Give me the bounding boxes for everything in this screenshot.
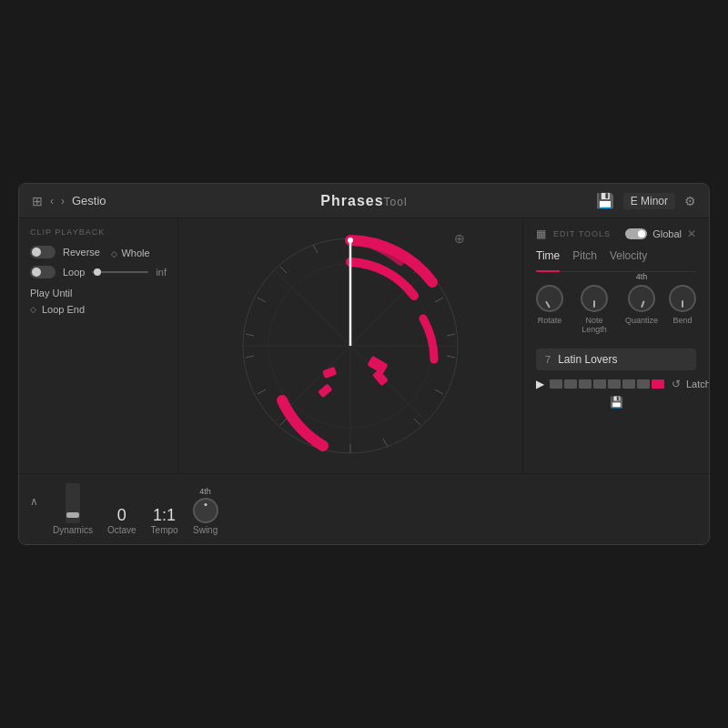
- swing-knob-dot: [204, 503, 207, 506]
- global-toggle-group: Global ✕: [625, 228, 696, 240]
- note-length-mark: [593, 300, 595, 308]
- inf-label: inf: [156, 267, 167, 278]
- loop-toggle[interactable]: [30, 266, 56, 278]
- header-left: ⊞ ‹ › Gestio: [32, 194, 253, 208]
- tab-time[interactable]: Time: [536, 249, 560, 272]
- reverse-label: Reverse: [63, 247, 100, 258]
- global-label: Global: [652, 228, 682, 239]
- rotate-mark: [545, 301, 551, 308]
- plugin-window: ⊞ ‹ › Gestio PhrasesTool 💾 E Minor ⚙ CLI…: [18, 183, 710, 545]
- play-button[interactable]: ▶: [536, 378, 544, 390]
- grid-icon[interactable]: ⊞: [32, 194, 43, 208]
- left-panel: CLIP PLAYBACK Reverse ◇ Whole Loop inf P…: [19, 218, 178, 473]
- block-3[interactable]: [579, 379, 592, 389]
- header-title: Gestio: [72, 194, 106, 207]
- visualizer-svg: [232, 228, 469, 464]
- note-length-ctrl: Note Length: [574, 285, 614, 334]
- svg-line-22: [280, 267, 287, 273]
- crosshair-icon[interactable]: ⊕: [454, 231, 465, 246]
- block-2[interactable]: [564, 379, 577, 389]
- svg-rect-25: [372, 369, 389, 387]
- octave-value: 0: [117, 507, 126, 523]
- octave-ctrl: 0 Octave: [107, 507, 136, 535]
- swing-knob[interactable]: [193, 498, 218, 523]
- svg-line-13: [414, 419, 420, 425]
- tab-pitch[interactable]: Pitch: [572, 249, 597, 266]
- loop-row: Loop inf: [30, 266, 167, 278]
- quantize-knob-wrap: 4th: [628, 285, 655, 312]
- edit-tabs: Time Pitch Velocity: [536, 249, 696, 272]
- clip-playback-label: CLIP PLAYBACK: [30, 228, 167, 237]
- save-icon-bottom[interactable]: 💾: [536, 396, 696, 409]
- dynamics-label: Dynamics: [53, 525, 93, 535]
- gear-icon[interactable]: ⚙: [684, 194, 696, 208]
- svg-line-19: [246, 356, 254, 358]
- save-icon[interactable]: 💾: [596, 192, 614, 209]
- dynamics-fader-thumb: [66, 512, 79, 518]
- nav-back[interactable]: ‹: [50, 195, 54, 207]
- svg-rect-27: [318, 383, 333, 398]
- loop-end-label: Loop End: [42, 304, 85, 315]
- block-8[interactable]: [652, 379, 664, 389]
- whole-label: Whole: [121, 248, 149, 258]
- dynamics-ctrl: Dynamics: [53, 483, 93, 535]
- octave-label: Octave: [107, 525, 136, 535]
- right-panel: ▦ EDIT TOOLS Global ✕ Time Pitch Velocit…: [522, 218, 709, 473]
- quantize-ctrl-wrap: 4th Quantize: [625, 285, 658, 334]
- loop-end-arrows: ◇: [30, 305, 36, 314]
- rotate-knob[interactable]: [536, 285, 563, 312]
- tempo-ctrl: 1:1 Tempo: [151, 507, 178, 535]
- plugin-title: PhrasesTool: [320, 193, 407, 208]
- svg-point-29: [348, 238, 353, 243]
- tempo-label: Tempo: [151, 525, 178, 535]
- svg-line-12: [435, 389, 443, 394]
- block-4[interactable]: [593, 379, 606, 389]
- block-5[interactable]: [608, 379, 621, 389]
- tab-velocity[interactable]: Velocity: [610, 249, 647, 266]
- reverse-toggle[interactable]: [30, 246, 56, 258]
- loop-slider[interactable]: [92, 271, 148, 273]
- quantize-mark: [641, 300, 645, 308]
- play-until-label: Play Until: [30, 288, 72, 298]
- loop-label: Loop: [63, 267, 85, 278]
- quantize-ctrl: 4th Quantize: [625, 285, 658, 325]
- main-content: CLIP PLAYBACK Reverse ◇ Whole Loop inf P…: [19, 218, 709, 473]
- loop-icon[interactable]: ↺: [672, 378, 681, 390]
- header: ⊞ ‹ › Gestio PhrasesTool 💾 E Minor ⚙: [19, 184, 709, 218]
- quantize-knob[interactable]: [628, 285, 655, 312]
- bend-mark: [682, 300, 683, 308]
- loop-slider-thumb: [94, 268, 101, 276]
- swing-4th: 4th: [199, 487, 211, 496]
- svg-line-14: [383, 439, 388, 447]
- nav-forward[interactable]: ›: [61, 195, 65, 207]
- quantize-label: Quantize: [625, 316, 658, 325]
- edit-tools-grid-icon: ▦: [536, 228, 546, 240]
- bend-knob[interactable]: [669, 285, 696, 312]
- dynamics-fader[interactable]: [66, 483, 80, 523]
- whole-arrows: ◇ Whole: [111, 244, 150, 260]
- block-1[interactable]: [550, 379, 562, 389]
- phrase-blocks: [550, 379, 664, 389]
- svg-line-17: [280, 419, 287, 425]
- header-right: 💾 E Minor ⚙: [475, 192, 696, 209]
- latch-label: Latch: [686, 379, 710, 389]
- svg-line-18: [258, 389, 266, 394]
- svg-line-10: [447, 334, 455, 336]
- phrase-selector[interactable]: 7 Latin Lovers: [536, 349, 696, 370]
- expand-arrow[interactable]: ∧: [30, 495, 38, 508]
- svg-line-9: [435, 298, 443, 302]
- block-7[interactable]: [637, 379, 650, 389]
- svg-line-23: [313, 245, 318, 253]
- block-6[interactable]: [622, 379, 635, 389]
- svg-line-11: [447, 356, 455, 358]
- svg-line-20: [246, 334, 254, 336]
- bend-label: Bend: [672, 316, 692, 325]
- close-icon[interactable]: ✕: [687, 228, 696, 240]
- phrase-name: Latin Lovers: [558, 353, 687, 366]
- svg-line-21: [258, 298, 266, 302]
- global-toggle[interactable]: [625, 228, 647, 239]
- phrase-playbar: ▶ ↺ Latch: [536, 378, 696, 390]
- key-badge[interactable]: E Minor: [623, 193, 675, 209]
- rotate-label: Rotate: [538, 316, 562, 325]
- note-length-knob[interactable]: [581, 285, 608, 312]
